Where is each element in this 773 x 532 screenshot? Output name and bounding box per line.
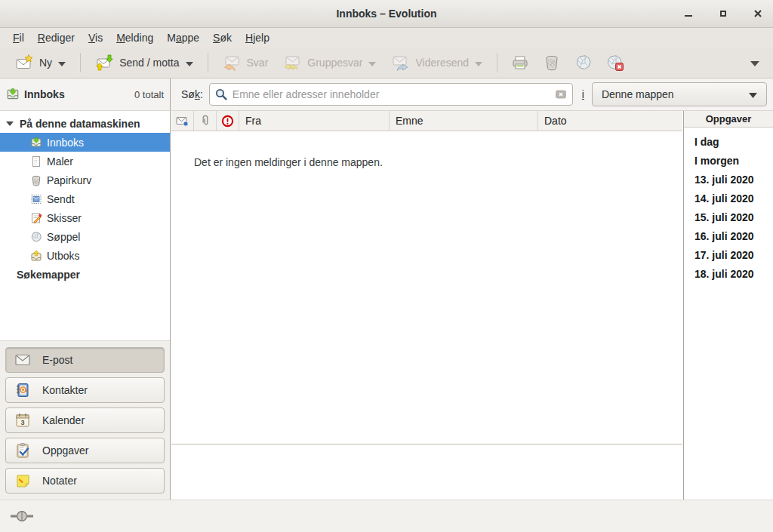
search-folders-label: Søkemapper [17,269,80,281]
tree-root-label: På denne datamaskinen [20,118,140,130]
switcher-tasks-button[interactable]: Oppgaver [5,438,165,463]
folder-templates[interactable]: Maler [0,152,170,171]
search-scope-dropdown[interactable]: Denne mappen [592,82,767,106]
task-group-date[interactable]: 14. juli 2020 [694,189,773,208]
column-subject[interactable]: Emne [390,111,538,131]
close-button[interactable] [752,8,764,20]
folder-drafts[interactable]: Skisser [0,208,170,227]
task-group-date[interactable]: 16. juli 2020 [694,227,773,246]
outbox-icon [30,250,42,262]
folder-label: Søppel [47,231,80,243]
minimize-button[interactable] [682,8,694,20]
window-title: Innboks – Evolution [0,0,773,27]
forward-dropdown-icon[interactable] [475,57,482,69]
column-subject-label: Emne [396,115,423,127]
switcher-mail-button[interactable]: E-post [5,347,165,373]
switcher-memos-button[interactable]: Notater [5,468,165,494]
chevron-down-icon [750,61,759,66]
task-group-tomorrow[interactable]: I morgen [694,152,773,171]
folder-label: Papirkurv [47,174,91,186]
search-band: Innboks 0 totalt Søk: [0,78,773,111]
menu-folder[interactable]: Mappe [160,28,206,48]
folder-tree: På denne datamaskinen Innboks [0,111,170,340]
switcher-calendar-button[interactable]: 3 Kalender [5,407,165,433]
menu-view[interactable]: Vis [82,28,109,48]
folder-outbox[interactable]: Utboks [0,246,170,265]
folder-header: Innboks 0 totalt [0,78,171,110]
junk-button[interactable] [568,51,599,75]
search-box [209,83,573,106]
sidebar: På denne datamaskinen Innboks [0,111,171,500]
reply-button[interactable]: Svar [215,51,276,75]
switcher-contacts-button[interactable]: Kontakter [5,377,165,403]
folder-sent[interactable]: Sendt [0,189,170,208]
task-group-date[interactable]: 15. juli 2020 [694,208,773,227]
group-reply-icon [283,54,301,72]
column-priority[interactable] [217,111,239,131]
mail-icon [14,352,31,368]
forward-button[interactable]: Videresend [383,51,490,75]
send-receive-dropdown-icon[interactable] [186,57,193,69]
menu-message[interactable]: Melding [109,28,160,48]
toolbar-overflow-button[interactable] [750,57,759,69]
contacts-icon [14,382,31,398]
online-status-plug-icon[interactable] [11,509,33,523]
menu-help[interactable]: Hjelp [239,28,276,48]
trash-icon [30,174,42,186]
group-reply-dropdown-icon[interactable] [368,57,376,69]
message-list-header: Fra Emne Dato [171,111,682,131]
inbox-icon [30,137,42,149]
evolution-window: Innboks – Evolution Fil Rediger Vis Meld… [0,0,773,532]
column-attachment[interactable] [194,111,217,131]
task-group-date[interactable]: 13. juli 2020 [694,171,773,189]
search-label: Søk: [181,88,203,100]
new-mail-icon [15,54,33,72]
read-status-icon [176,115,189,127]
column-read-status[interactable] [171,111,194,131]
column-from[interactable]: Fra [239,111,390,131]
search-input[interactable] [209,83,573,106]
main-area: På denne datamaskinen Innboks [0,111,773,500]
group-reply-button[interactable]: Gruppesvar [276,51,383,75]
switcher-label: Kontakter [42,384,88,396]
folder-inbox[interactable]: Innboks [0,133,170,152]
task-group-today[interactable]: I dag [694,133,773,152]
folder-header-title: Innboks [24,88,65,100]
memos-icon [14,472,31,489]
task-list: I dag I morgen 13. juli 2020 14. juli 20… [684,128,773,284]
menu-file[interactable]: Fil [6,28,31,48]
task-pane-header[interactable]: Oppgaver [684,111,773,128]
toolbar-separator [208,53,208,72]
folder-label: Sendt [47,193,75,205]
maximize-icon [719,9,728,18]
menu-search[interactable]: Søk [206,28,239,48]
new-message-dropdown-icon[interactable] [58,57,66,69]
delete-button[interactable] [536,51,568,75]
print-icon [511,54,529,72]
calendar-icon: 3 [14,412,31,429]
scope-dropdown-icon [749,88,757,100]
print-button[interactable] [504,51,536,75]
clear-search-icon[interactable] [555,88,567,100]
minimize-icon [684,9,693,18]
menu-edit[interactable]: Rediger [31,28,82,48]
maximize-button[interactable] [717,8,729,20]
tree-root-search-folders[interactable]: Søkemapper [0,265,170,284]
folder-junk[interactable]: Søppel [0,227,170,246]
toolbar-separator [80,53,81,72]
switcher-label: Notater [42,475,77,487]
tree-root-on-this-computer[interactable]: På denne datamaskinen [0,114,170,133]
switcher-label: Oppgaver [42,444,88,457]
statusbar [0,500,773,532]
not-junk-button[interactable] [599,51,631,75]
task-group-date[interactable]: 17. juli 2020 [694,246,773,265]
close-icon [753,9,762,18]
search-area: Søk: i Denne mappen [171,78,773,110]
send-receive-button[interactable]: Send / motta [88,51,200,75]
folder-label: Innboks [47,137,84,149]
folder-trash[interactable]: Papirkurv [0,171,170,189]
task-group-date[interactable]: 18. juli 2020 [694,265,773,284]
new-message-button[interactable]: Ny [8,51,73,75]
expander-icon[interactable] [6,121,14,126]
column-date[interactable]: Dato [538,111,682,131]
